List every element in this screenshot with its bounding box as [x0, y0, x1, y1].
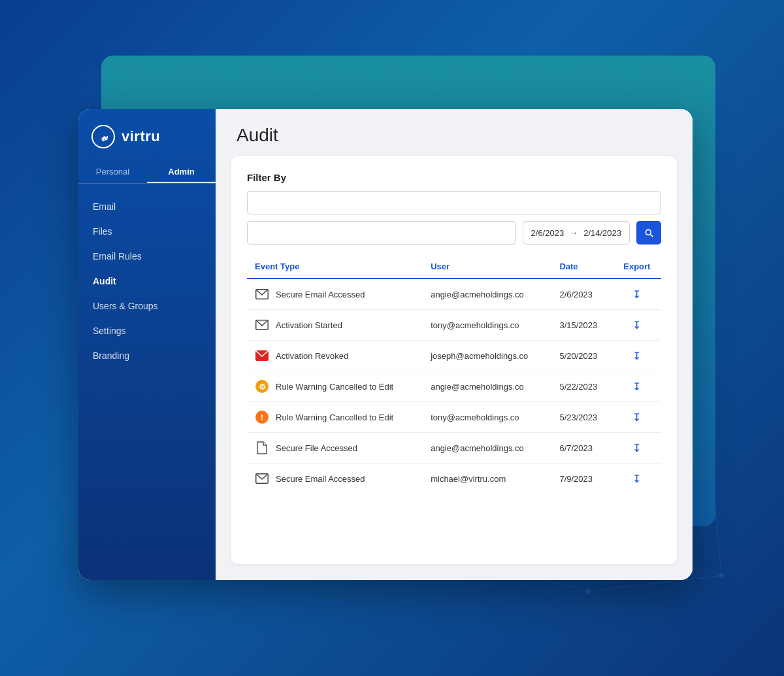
cell-date-1: 3/15/2023 — [551, 310, 612, 341]
audit-table: Event Type User Date Export Secure Email… — [247, 256, 661, 494]
sidebar-item-email[interactable]: Email — [78, 194, 216, 219]
cell-export-6[interactable]: ↧ — [613, 464, 661, 494]
main-content: Audit Filter By 2/6/2023 → 2/14/2023 — [216, 109, 693, 580]
sidebar-nav: Email Files Email Rules Audit Users & Gr… — [78, 192, 216, 371]
svg-text:⚙: ⚙ — [259, 382, 266, 392]
svg-text:!: ! — [261, 413, 263, 422]
cell-date-3: 5/22/2023 — [551, 371, 612, 402]
sidebar-item-users-groups[interactable]: Users & Groups — [78, 294, 216, 318]
event-type-label-2: Activation Revoked — [276, 351, 348, 361]
event-icon-5 — [255, 441, 269, 455]
event-type-label-5: Secure File Accessed — [276, 443, 357, 453]
cell-export-5[interactable]: ↧ — [613, 433, 661, 464]
cell-user-5: angie@acmeholdings.co — [423, 433, 551, 464]
main-window: 𝓋 virtru Personal Admin Email Files Emai… — [78, 109, 693, 580]
cell-event-type-4: ! Rule Warning Cancelled to Edit — [247, 402, 423, 433]
cell-date-2: 5/20/2023 — [551, 341, 612, 371]
page-title: Audit — [237, 125, 672, 146]
cell-event-type-2: Activation Revoked — [247, 341, 423, 371]
logo-text: virtru — [122, 128, 160, 145]
table-row: Activation Revoked joseph@acmeholdings.c… — [247, 341, 661, 371]
download-icon-5[interactable]: ↧ — [632, 443, 641, 454]
download-icon-6[interactable]: ↧ — [632, 473, 641, 484]
col-date: Date — [551, 256, 612, 279]
cell-export-1[interactable]: ↧ — [613, 310, 661, 341]
sidebar-item-files[interactable]: Files — [78, 219, 216, 244]
event-icon-3: ⚙ — [255, 379, 269, 394]
content-panel: Filter By 2/6/2023 → 2/14/2023 — [231, 156, 677, 564]
table-row: Secure Email Accessed angie@acmeholdings… — [247, 279, 661, 310]
cell-event-type-6: Secure Email Accessed — [247, 464, 423, 494]
cell-date-4: 5/23/2023 — [551, 402, 612, 433]
filter-row-1 — [247, 191, 661, 214]
filter-section: Filter By 2/6/2023 → 2/14/2023 — [247, 172, 661, 245]
cell-export-3[interactable]: ↧ — [613, 371, 661, 402]
cell-date-5: 6/7/2023 — [551, 433, 612, 464]
download-icon-1[interactable]: ↧ — [632, 320, 641, 331]
logo: 𝓋 virtru — [78, 109, 216, 161]
cell-export-0[interactable]: ↧ — [613, 279, 661, 310]
sidebar-tabs: Personal Admin — [78, 161, 216, 184]
event-icon-0 — [255, 287, 269, 301]
logo-v: 𝓋 — [101, 130, 106, 143]
table-row: Secure Email Accessed michael@virtru.com… — [247, 464, 661, 494]
search-button[interactable] — [636, 221, 661, 245]
col-user: User — [423, 256, 551, 279]
date-arrow-icon: → — [569, 228, 578, 238]
cell-user-2: joseph@acmeholdings.co — [423, 341, 551, 371]
logo-icon: 𝓋 — [91, 125, 115, 148]
cell-event-type-1: Activation Started — [247, 310, 423, 341]
page-header: Audit — [216, 109, 693, 156]
download-icon-3[interactable]: ↧ — [632, 381, 641, 392]
date-from: 2/6/2023 — [531, 228, 564, 238]
event-icon-6 — [255, 471, 269, 486]
event-icon-1 — [255, 318, 269, 332]
event-type-label-1: Activation Started — [276, 320, 342, 330]
cell-event-type-3: ⚙ Rule Warning Cancelled to Edit — [247, 371, 423, 402]
event-type-label-3: Rule Warning Cancelled to Edit — [276, 382, 393, 392]
table-row: ⚙ Rule Warning Cancelled to Edit angie@a… — [247, 371, 661, 402]
event-icon-4: ! — [255, 410, 269, 424]
cell-user-6: michael@virtru.com — [423, 464, 551, 494]
date-to: 2/14/2023 — [583, 228, 621, 238]
cell-export-4[interactable]: ↧ — [613, 402, 661, 433]
sidebar-item-email-rules[interactable]: Email Rules — [78, 244, 216, 269]
cell-date-0: 2/6/2023 — [551, 279, 612, 310]
svg-point-5 — [585, 588, 590, 593]
date-range-box[interactable]: 2/6/2023 → 2/14/2023 — [523, 221, 630, 245]
event-type-label-6: Secure Email Accessed — [276, 474, 365, 484]
download-icon-4[interactable]: ↧ — [632, 412, 641, 423]
cell-event-type-5: Secure File Accessed — [247, 433, 423, 464]
svg-point-6 — [719, 573, 723, 577]
table-row: Activation Started tony@acmeholdings.co … — [247, 310, 661, 341]
sidebar-item-branding[interactable]: Branding — [78, 343, 216, 368]
download-icon-2[interactable]: ↧ — [632, 350, 641, 362]
cell-user-0: angie@acmeholdings.co — [423, 279, 551, 310]
table-row: ! Rule Warning Cancelled to Edit tony@ac… — [247, 402, 661, 433]
cell-export-2[interactable]: ↧ — [613, 341, 661, 371]
filter-input-user[interactable] — [247, 221, 516, 245]
col-event-type: Event Type — [247, 256, 423, 279]
table-body: Secure Email Accessed angie@acmeholdings… — [247, 279, 661, 494]
col-export: Export — [613, 256, 661, 279]
filter-input-event[interactable] — [247, 191, 661, 214]
event-icon-2 — [255, 348, 269, 363]
tab-personal[interactable]: Personal — [78, 161, 147, 183]
cell-user-1: tony@acmeholdings.co — [423, 310, 551, 341]
sidebar-item-audit[interactable]: Audit — [78, 269, 216, 294]
filter-row-2: 2/6/2023 → 2/14/2023 — [247, 221, 661, 245]
cell-user-4: tony@acmeholdings.co — [423, 402, 551, 433]
cell-user-3: angie@acmeholdings.co — [423, 371, 551, 402]
cell-date-6: 7/9/2023 — [551, 464, 612, 494]
tab-admin[interactable]: Admin — [147, 161, 216, 183]
sidebar: 𝓋 virtru Personal Admin Email Files Emai… — [78, 109, 216, 580]
event-type-label-4: Rule Warning Cancelled to Edit — [276, 413, 393, 422]
filter-label: Filter By — [247, 172, 661, 183]
event-type-label-0: Secure Email Accessed — [276, 290, 365, 299]
cell-event-type-0: Secure Email Accessed — [247, 279, 423, 310]
sidebar-item-settings[interactable]: Settings — [78, 318, 216, 343]
table-header: Event Type User Date Export — [247, 256, 661, 279]
download-icon-0[interactable]: ↧ — [632, 289, 641, 300]
table-row: Secure File Accessed angie@acmeholdings.… — [247, 433, 661, 464]
search-icon — [644, 228, 654, 238]
